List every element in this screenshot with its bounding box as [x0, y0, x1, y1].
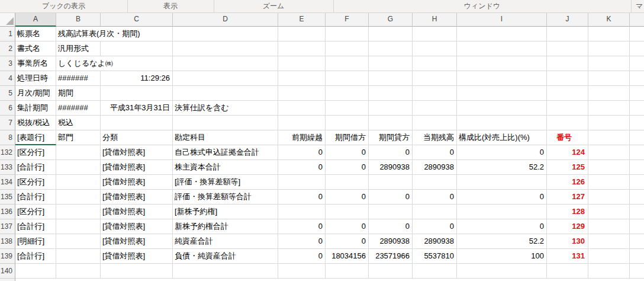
cell-K138[interactable]	[588, 234, 630, 249]
cell-A135[interactable]: [合計行]	[15, 190, 56, 205]
cell-D7[interactable]	[173, 116, 278, 130]
cell-A139[interactable]: [合計行]	[15, 249, 56, 264]
row-header-4[interactable]: 4	[0, 71, 15, 86]
cell-K135[interactable]	[588, 190, 630, 205]
cell-D135[interactable]: 評価・換算差額等合計	[173, 190, 278, 205]
cell-E137[interactable]: 0	[278, 219, 326, 234]
cell-B139[interactable]	[56, 249, 101, 264]
cell-C137[interactable]: [貸借対照表]	[101, 219, 173, 234]
cell-E133[interactable]: 0	[278, 160, 326, 175]
cell-K137[interactable]	[588, 219, 630, 234]
cell-K1[interactable]	[588, 27, 630, 41]
cell-H135[interactable]: 0	[413, 190, 457, 205]
cell-C138[interactable]: [貸借対照表]	[101, 234, 173, 249]
cell-C4[interactable]: 11:29:26	[101, 71, 173, 86]
cell-C5[interactable]	[101, 86, 173, 101]
cell-J3[interactable]	[547, 56, 588, 71]
cell-K136[interactable]	[588, 205, 630, 219]
cell-A7[interactable]: 税抜/税込	[15, 116, 56, 130]
cell-B1[interactable]: 残高試算表(月次・期間)	[56, 27, 173, 41]
cell-C2[interactable]	[101, 41, 173, 56]
cell-B136[interactable]	[56, 205, 101, 219]
cell-J135[interactable]: 127	[547, 190, 588, 205]
cell-E6[interactable]	[278, 101, 326, 116]
cell-H133[interactable]: 2890938	[413, 160, 457, 175]
cell-C134[interactable]: [貸借対照表]	[101, 175, 173, 190]
cell-L1[interactable]	[630, 27, 644, 41]
cell-E1[interactable]	[278, 27, 326, 41]
cell-K134[interactable]	[588, 175, 630, 190]
cell-D136[interactable]: [新株予約権]	[173, 205, 278, 219]
row-header-3[interactable]: 3	[0, 56, 15, 71]
cell-H134[interactable]	[413, 175, 457, 190]
cell-B133[interactable]	[56, 160, 101, 175]
cell-A6[interactable]: 集計期間	[15, 101, 56, 116]
cell-L135[interactable]	[630, 190, 644, 205]
column-header-H[interactable]: H	[413, 13, 457, 27]
column-header-B[interactable]: B	[56, 13, 101, 27]
cell-H5[interactable]	[413, 86, 457, 101]
cell-J4[interactable]	[547, 71, 588, 86]
cell-G138[interactable]: 2890938	[369, 234, 413, 249]
cell-E138[interactable]: 0	[278, 234, 326, 249]
cell-E2[interactable]	[278, 41, 326, 56]
cell-I132[interactable]: 0	[457, 145, 547, 160]
cell-I8[interactable]: 構成比(対売上比)(%)	[457, 130, 547, 145]
cell-J6[interactable]	[547, 101, 588, 116]
cell-F137[interactable]: 0	[326, 219, 369, 234]
cell-D134[interactable]: [評価・換算差額等]	[173, 175, 278, 190]
row-header-135[interactable]: 135	[0, 190, 15, 205]
cell-E5[interactable]	[278, 86, 326, 101]
cell-I137[interactable]: 0	[457, 219, 547, 234]
cell-A8[interactable]: [表題行]	[15, 130, 56, 145]
cell-F139[interactable]: 18034156	[326, 249, 369, 264]
cell-E132[interactable]: 0	[278, 145, 326, 160]
column-header-E[interactable]: E	[278, 13, 326, 27]
cell-E3[interactable]	[278, 56, 326, 71]
cell-D2[interactable]	[173, 41, 278, 56]
select-all-corner[interactable]	[0, 13, 15, 27]
cell-F134[interactable]	[326, 175, 369, 190]
cell-K7[interactable]	[588, 116, 630, 130]
cell-L132[interactable]	[630, 145, 644, 160]
cell-C140[interactable]	[101, 264, 173, 279]
cell-G3[interactable]	[369, 56, 413, 71]
column-header-J[interactable]: J	[547, 13, 588, 27]
cell-I136[interactable]	[457, 205, 547, 219]
column-header-C[interactable]: C	[101, 13, 173, 27]
cell-L8[interactable]	[630, 130, 644, 145]
cell-J137[interactable]: 129	[547, 219, 588, 234]
column-header-F[interactable]: F	[326, 13, 369, 27]
row-header-136[interactable]: 136	[0, 205, 15, 219]
cell-F138[interactable]: 0	[326, 234, 369, 249]
cell-G140[interactable]	[369, 264, 413, 279]
cell-F140[interactable]	[326, 264, 369, 279]
cell-K8[interactable]	[588, 130, 630, 145]
row-header-1[interactable]: 1	[0, 27, 15, 41]
cell-D132[interactable]: 自己株式申込証拠金合計	[173, 145, 278, 160]
cell-F7[interactable]	[326, 116, 369, 130]
cell-I6[interactable]	[457, 101, 547, 116]
cell-L140[interactable]	[630, 264, 644, 279]
cell-A137[interactable]: [合計行]	[15, 219, 56, 234]
row-header-7[interactable]: 7	[0, 116, 15, 130]
cell-K140[interactable]	[588, 264, 630, 279]
cell-A2[interactable]: 書式名	[15, 41, 56, 56]
cell-A140[interactable]	[15, 264, 56, 279]
column-header-G[interactable]: G	[369, 13, 413, 27]
cell-K139[interactable]	[588, 249, 630, 264]
cell-C135[interactable]: [貸借対照表]	[101, 190, 173, 205]
cell-I133[interactable]: 52.2	[457, 160, 547, 175]
cell-L3[interactable]	[630, 56, 644, 71]
cell-D6[interactable]: 決算仕訳を含む	[173, 101, 278, 116]
cell-H140[interactable]	[413, 264, 457, 279]
cell-F1[interactable]	[326, 27, 369, 41]
row-header-133[interactable]: 133	[0, 160, 15, 175]
cell-E139[interactable]: 0	[278, 249, 326, 264]
cell-C6[interactable]: 平成31年3月31日	[101, 101, 173, 116]
cell-G135[interactable]: 0	[369, 190, 413, 205]
cell-L133[interactable]	[630, 160, 644, 175]
cell-F3[interactable]	[326, 56, 369, 71]
cell-B132[interactable]	[56, 145, 101, 160]
cell-B3[interactable]: しくじるなよ㈱	[56, 56, 173, 71]
